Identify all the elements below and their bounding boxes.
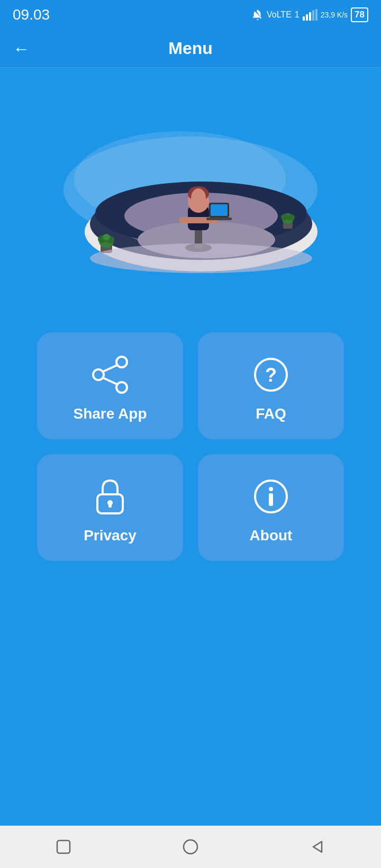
svg-point-34 [116, 357, 127, 367]
lock-icon [89, 475, 131, 518]
svg-rect-43 [108, 503, 112, 508]
about-card[interactable]: About [198, 454, 344, 561]
svg-rect-3 [312, 10, 314, 21]
status-time: 09.03 [13, 6, 50, 23]
notification-icon [252, 9, 264, 21]
svg-point-33 [90, 243, 312, 273]
share-icon [89, 354, 131, 396]
signal-bars-icon [303, 9, 318, 21]
svg-rect-46 [269, 493, 273, 506]
top-nav: ← Menu [0, 30, 381, 68]
battery-indicator: 78 [351, 7, 368, 22]
nav-home-button[interactable] [169, 831, 212, 863]
page-title: Menu [168, 39, 213, 58]
status-icons: VoLTE 1 23,9 K/s 78 [252, 7, 368, 22]
privacy-label: Privacy [84, 527, 137, 544]
illustration [42, 84, 339, 306]
bottom-nav [0, 826, 381, 868]
circle-icon [181, 837, 200, 856]
faq-label: FAQ [256, 405, 286, 422]
nav-recent-button[interactable] [42, 831, 85, 863]
svg-rect-47 [57, 840, 70, 853]
share-app-label: Share App [74, 405, 147, 422]
svg-point-35 [93, 369, 104, 380]
svg-text:?: ? [265, 364, 277, 386]
square-icon [54, 837, 73, 856]
svg-rect-4 [315, 9, 318, 21]
network-text: 1 [295, 10, 300, 20]
svg-point-48 [184, 840, 197, 854]
svg-point-45 [269, 487, 273, 491]
illustration-area [21, 68, 360, 322]
main-content: Share App ? FAQ Privacy [0, 68, 381, 826]
svg-marker-49 [313, 842, 322, 852]
info-icon [250, 475, 292, 518]
signal-text: VoLTE [267, 10, 292, 20]
svg-rect-1 [306, 14, 308, 21]
back-button[interactable]: ← [13, 40, 30, 57]
faq-card[interactable]: ? FAQ [198, 332, 344, 439]
privacy-card[interactable]: Privacy [37, 454, 183, 561]
share-app-card[interactable]: Share App [37, 332, 183, 439]
status-bar: 09.03 VoLTE 1 23,9 K/s 78 [0, 0, 381, 30]
about-label: About [250, 527, 293, 544]
svg-rect-22 [211, 204, 228, 216]
svg-point-20 [191, 188, 206, 207]
svg-rect-23 [206, 218, 232, 220]
menu-grid: Share App ? FAQ Privacy [37, 332, 344, 561]
speed-text: 23,9 K/s [321, 11, 348, 19]
svg-point-31 [281, 214, 288, 220]
svg-point-36 [116, 382, 127, 393]
svg-line-38 [103, 378, 117, 384]
back-triangle-icon [308, 837, 327, 856]
nav-back-button[interactable] [296, 831, 339, 863]
svg-point-32 [287, 214, 295, 221]
svg-rect-0 [303, 16, 305, 21]
faq-icon: ? [250, 354, 292, 396]
svg-line-37 [103, 365, 117, 372]
svg-rect-2 [309, 12, 311, 21]
svg-point-28 [103, 234, 110, 240]
